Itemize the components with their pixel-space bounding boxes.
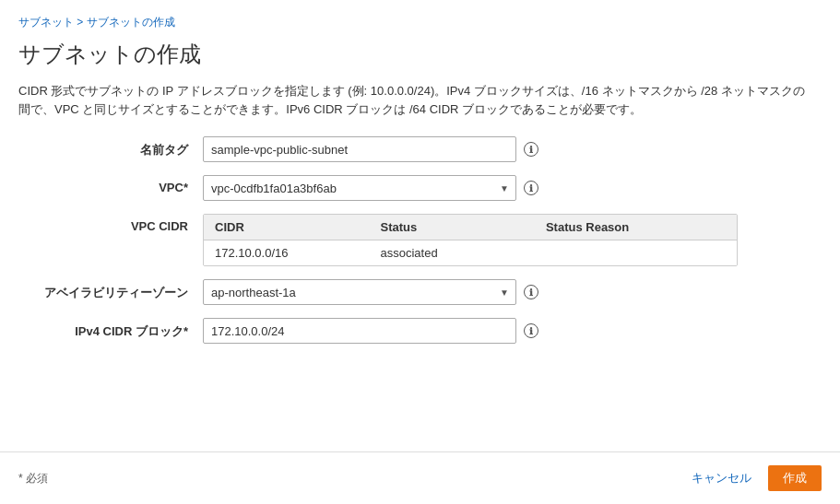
ipv4-cidr-label: IPv4 CIDR ブロック* — [18, 318, 203, 340]
col-header-status: Status — [370, 215, 535, 240]
vpc-select-wrap: vpc-0cdfb1fa01a3bf6ab ▼ — [203, 175, 516, 201]
col-header-reason: Status Reason — [535, 215, 737, 240]
form: 名前タグ ℹ VPC* vpc-0cdfb1fa01a3bf6ab ▼ ℹ VP… — [18, 136, 822, 344]
name-tag-label: 名前タグ — [18, 136, 203, 158]
col-header-cidr: CIDR — [204, 215, 370, 240]
vpc-cidr-table: CIDR Status Status Reason 172.10.0.0/16 … — [204, 215, 737, 265]
cancel-button[interactable]: キャンセル — [682, 466, 761, 490]
vpc-label: VPC* — [18, 175, 203, 194]
footer-bar: * 必須 キャンセル 作成 — [0, 451, 840, 504]
vpc-info-icon[interactable]: ℹ — [524, 181, 538, 195]
vpc-control: vpc-0cdfb1fa01a3bf6ab ▼ ℹ — [203, 175, 822, 201]
vpc-cidr-table-wrap: CIDR Status Status Reason 172.10.0.0/16 … — [203, 214, 738, 266]
name-tag-info-icon[interactable]: ℹ — [524, 142, 538, 157]
cidr-value: 172.10.0.0/16 — [204, 240, 370, 266]
vpc-cidr-row: VPC CIDR CIDR Status Status Reason — [18, 214, 822, 266]
az-row: アベイラビリティーゾーン ap-northeast-1a ▼ ℹ — [18, 279, 822, 305]
vpc-row: VPC* vpc-0cdfb1fa01a3bf6ab ▼ ℹ — [18, 175, 822, 201]
create-button[interactable]: 作成 — [768, 465, 822, 491]
vpc-cidr-control: CIDR Status Status Reason 172.10.0.0/16 … — [203, 214, 822, 266]
ipv4-cidr-input[interactable] — [203, 318, 516, 344]
page-description: CIDR 形式でサブネットの IP アドレスブロックを指定します (例: 10.… — [18, 82, 811, 118]
vpc-select[interactable]: vpc-0cdfb1fa01a3bf6ab — [203, 175, 516, 201]
page-container: サブネット > サブネットの作成 サブネットの作成 CIDR 形式でサブネットの… — [0, 0, 840, 371]
ipv4-cidr-info-icon[interactable]: ℹ — [524, 323, 538, 338]
vpc-cidr-table-header-row: CIDR Status Status Reason — [204, 215, 737, 240]
breadcrumb-separator: > — [77, 16, 86, 29]
vpc-cidr-label: VPC CIDR — [18, 214, 203, 233]
name-tag-control: ℹ — [203, 136, 822, 162]
az-select-wrap: ap-northeast-1a ▼ — [203, 279, 516, 305]
breadcrumb-parent-link[interactable]: サブネット — [18, 16, 74, 29]
reason-value — [535, 240, 737, 266]
required-note: * 必須 — [18, 471, 48, 486]
az-control: ap-northeast-1a ▼ ℹ — [203, 279, 822, 305]
footer-buttons: キャンセル 作成 — [682, 465, 822, 491]
ipv4-cidr-control: ℹ — [203, 318, 822, 344]
name-tag-row: 名前タグ ℹ — [18, 136, 822, 162]
az-select[interactable]: ap-northeast-1a — [203, 279, 516, 305]
az-label: アベイラビリティーゾーン — [18, 279, 203, 301]
page-title: サブネットの作成 — [18, 40, 822, 69]
ipv4-cidr-row: IPv4 CIDR ブロック* ℹ — [18, 318, 822, 344]
name-tag-input[interactable] — [203, 136, 516, 162]
table-row: 172.10.0.0/16 associated — [204, 240, 737, 266]
status-value: associated — [370, 240, 535, 266]
az-info-icon[interactable]: ℹ — [524, 285, 538, 299]
breadcrumb-current: サブネットの作成 — [87, 16, 175, 29]
breadcrumb: サブネット > サブネットの作成 — [18, 15, 822, 30]
